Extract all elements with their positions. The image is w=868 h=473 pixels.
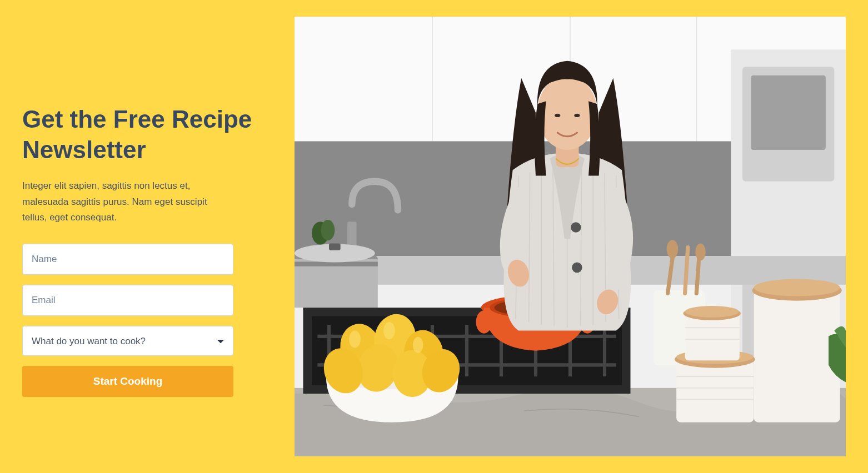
cook-select-wrapper: What do you want to cook? bbox=[22, 326, 233, 356]
svg-point-54 bbox=[574, 114, 580, 117]
svg-rect-8 bbox=[751, 76, 826, 150]
page-heading: Get the Free Recipe Newsletter bbox=[22, 104, 256, 165]
signup-form: What do you want to cook? Start Cooking bbox=[22, 244, 233, 397]
hero-image bbox=[295, 17, 846, 456]
start-cooking-button[interactable]: Start Cooking bbox=[22, 366, 233, 397]
svg-line-57 bbox=[685, 248, 688, 294]
svg-point-74 bbox=[685, 306, 739, 318]
svg-rect-70 bbox=[685, 313, 740, 360]
svg-point-85 bbox=[413, 337, 423, 353]
svg-point-83 bbox=[349, 330, 361, 348]
svg-point-35 bbox=[476, 310, 492, 333]
page-description: Integer elit sapien, sagittis non lectus… bbox=[22, 178, 233, 227]
newsletter-section: Get the Free Recipe Newsletter Integer e… bbox=[22, 17, 846, 456]
email-input[interactable] bbox=[22, 285, 233, 316]
form-panel: Get the Free Recipe Newsletter Integer e… bbox=[22, 76, 256, 397]
svg-rect-18 bbox=[329, 243, 341, 250]
name-input[interactable] bbox=[22, 244, 233, 275]
svg-point-48 bbox=[572, 263, 582, 273]
kitchen-scene-icon bbox=[295, 17, 846, 456]
svg-point-52 bbox=[537, 76, 597, 150]
svg-rect-64 bbox=[676, 359, 754, 422]
svg-point-87 bbox=[321, 220, 335, 240]
svg-rect-16 bbox=[295, 261, 378, 266]
svg-rect-61 bbox=[754, 290, 840, 422]
svg-point-63 bbox=[754, 279, 840, 296]
svg-point-60 bbox=[695, 243, 706, 260]
svg-point-84 bbox=[383, 322, 395, 339]
svg-point-53 bbox=[555, 114, 560, 117]
cook-select[interactable]: What do you want to cook? bbox=[22, 326, 233, 356]
svg-point-59 bbox=[667, 240, 679, 258]
svg-point-47 bbox=[571, 222, 581, 233]
